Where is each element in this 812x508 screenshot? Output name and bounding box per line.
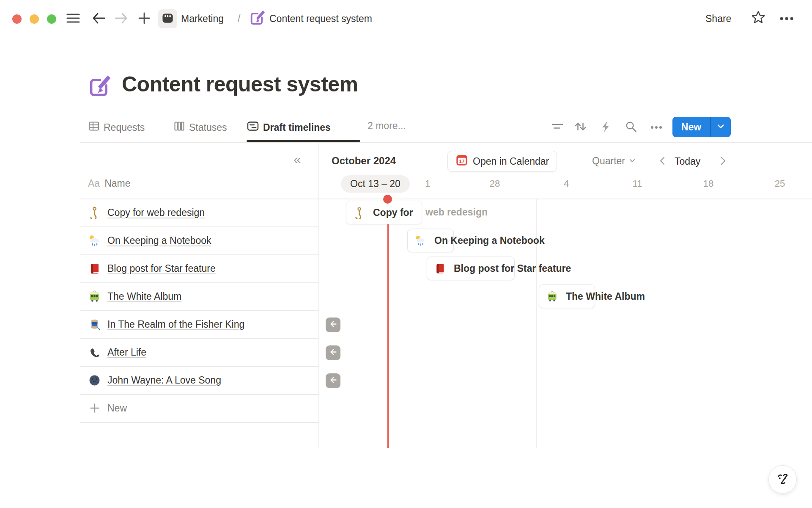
active-tab-underline <box>247 140 360 142</box>
next-period-button[interactable] <box>718 156 727 168</box>
tab-statuses[interactable]: Statuses <box>173 120 227 135</box>
more-options-button[interactable] <box>779 12 794 26</box>
bar-label: Blog post for Star feature <box>454 263 571 274</box>
table-row[interactable]: In The Realm of the Fisher King <box>88 310 316 338</box>
automations-button[interactable] <box>599 121 613 134</box>
page-memo-icon[interactable] <box>87 75 112 101</box>
timeline-month-label: October 2024 <box>332 155 396 167</box>
new-dropdown-button[interactable] <box>711 117 731 137</box>
week-label: 1 <box>425 178 430 189</box>
table-row[interactable]: After Life <box>88 338 316 366</box>
timeline-view-icon <box>247 120 259 135</box>
scroll-to-bar-button[interactable] <box>326 345 340 360</box>
bar-label: On Keeping a Notebook <box>434 235 545 246</box>
tabbar-divider <box>80 142 812 143</box>
back-button[interactable] <box>91 12 106 26</box>
collapse-panel-button[interactable]: « <box>294 152 301 167</box>
sidebar-menu-button[interactable] <box>66 12 80 26</box>
tab-label: Statuses <box>189 122 227 133</box>
tab-requests[interactable]: Requests <box>88 120 145 135</box>
chevron-down-icon <box>628 157 636 166</box>
search-icon <box>625 120 637 135</box>
arrow-left-icon <box>329 348 337 358</box>
today-line <box>387 199 389 448</box>
week-label: 4 <box>564 178 569 189</box>
new-button[interactable]: New <box>672 117 710 137</box>
plus-icon <box>138 12 151 26</box>
today-button[interactable]: Today <box>675 156 700 167</box>
forward-button[interactable] <box>114 12 129 26</box>
table-row[interactable]: Blog post for Star feature <box>88 254 316 282</box>
ellipsis-icon <box>650 124 663 131</box>
sort-button[interactable] <box>573 121 587 134</box>
row-name[interactable]: In The Realm of the Fisher King <box>107 319 244 330</box>
column-header-label: Name <box>104 178 130 189</box>
ellipsis-icon <box>779 15 794 23</box>
tab-label: Requests <box>104 122 145 133</box>
table-bottom-divider <box>80 422 318 423</box>
tab-draft-timelines[interactable]: Draft timelines <box>247 120 331 135</box>
favorite-button[interactable] <box>751 11 765 25</box>
card-box-icon <box>161 11 174 26</box>
row-name[interactable]: Blog post for Star feature <box>107 263 216 274</box>
row-name[interactable]: The White Album <box>107 291 181 302</box>
filter-icon <box>551 121 564 134</box>
chevron-down-icon <box>716 121 725 133</box>
breadcrumb-workspace[interactable]: Marketing <box>181 13 224 25</box>
sun-rain-cloud-icon <box>88 234 101 247</box>
week-label: 28 <box>490 178 500 189</box>
open-in-calendar-button[interactable]: 17 Open in Calendar <box>447 151 557 172</box>
bar-overflow-label: web redesign <box>425 207 488 218</box>
star-icon <box>751 10 766 27</box>
week-label: 11 <box>633 178 642 189</box>
new-row-label: New <box>107 403 127 414</box>
text-property-icon: Aa <box>88 178 100 189</box>
notion-ai-button[interactable] <box>768 465 797 494</box>
tram-icon <box>546 290 559 303</box>
visible-range-pill: Oct 13 – 20 <box>341 175 410 193</box>
timeline-bar[interactable]: Copy for <box>346 201 422 224</box>
thread-icon <box>88 318 101 331</box>
arrow-left-icon <box>91 11 106 27</box>
column-header-name[interactable]: Aa Name <box>88 178 131 189</box>
new-row-button[interactable]: New <box>88 394 316 422</box>
filter-button[interactable] <box>551 121 564 134</box>
minimize-window-button[interactable] <box>30 14 39 24</box>
close-window-button[interactable] <box>12 14 22 24</box>
table-row[interactable]: The White Album <box>88 282 316 310</box>
timeline-bar[interactable]: On Keeping a Notebook <box>407 229 454 252</box>
zoom-level-select[interactable]: Quarter <box>592 155 636 167</box>
sort-icon <box>573 120 587 135</box>
scroll-to-bar-button[interactable] <box>326 318 340 332</box>
share-button[interactable]: Share <box>705 13 731 25</box>
red-book-icon <box>88 262 101 275</box>
panel-timeline-divider <box>318 143 319 448</box>
view-options-button[interactable] <box>650 121 663 134</box>
row-name[interactable]: After Life <box>107 347 146 358</box>
breadcrumb-workspace-icon-chip[interactable] <box>158 9 177 28</box>
table-row[interactable]: On Keeping a Notebook <box>88 226 316 254</box>
tab-label: 2 more... <box>368 120 406 132</box>
row-name[interactable]: On Keeping a Notebook <box>107 235 211 246</box>
phone-icon <box>88 346 101 359</box>
breadcrumb-page[interactable]: Content request system <box>269 13 372 25</box>
new-page-button[interactable] <box>137 12 151 26</box>
prev-period-button[interactable] <box>658 156 667 168</box>
arrow-left-icon <box>329 375 337 386</box>
new-button-group: New <box>672 117 731 137</box>
maximize-window-button[interactable] <box>47 14 56 24</box>
search-button[interactable] <box>624 121 638 134</box>
hook-icon <box>353 206 366 219</box>
timeline-bar[interactable]: Blog post for Star feature <box>427 257 515 280</box>
bar-label: Copy for <box>373 207 413 218</box>
tab-more[interactable]: 2 more... <box>368 120 406 132</box>
table-row[interactable]: John Wayne: A Love Song <box>88 366 316 394</box>
row-name[interactable]: Copy for web redesign <box>107 207 205 218</box>
table-row[interactable]: Copy for web redesign <box>88 199 316 226</box>
plus-icon <box>88 402 101 415</box>
table-view-icon <box>88 120 100 135</box>
row-name[interactable]: John Wayne: A Love Song <box>107 375 221 386</box>
scroll-to-bar-button[interactable] <box>326 373 340 388</box>
page-title[interactable]: Content request system <box>122 72 358 97</box>
timeline-bar[interactable]: The White Album <box>539 284 595 308</box>
